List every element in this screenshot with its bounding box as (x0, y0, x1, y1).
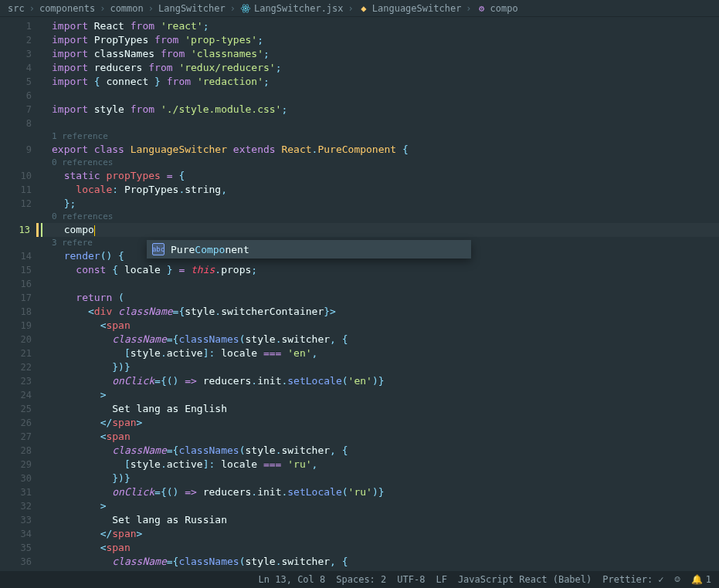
chevron-right-icon: › (148, 3, 154, 14)
status-language[interactable]: JavaScript React (Babel) (458, 574, 592, 585)
status-encoding[interactable]: UTF-8 (397, 574, 425, 585)
autocomplete-item[interactable]: abc PureComponent (148, 241, 470, 258)
status-cursor-position[interactable]: Ln 13, Col 8 (259, 574, 326, 585)
svg-point-0 (245, 7, 246, 8)
breadcrumb-item-folder[interactable]: LangSwitcher (158, 3, 226, 14)
breadcrumb-item-class[interactable]: ◆ LanguageSwitcher (358, 3, 462, 14)
symbol-variable-icon: abc (152, 243, 164, 255)
bell-icon: 🔔 (691, 574, 703, 585)
symbol-method-icon: ⚙ (477, 3, 487, 14)
breadcrumb: src › components › common › LangSwitcher… (0, 0, 719, 17)
chevron-right-icon: › (100, 3, 105, 14)
status-eol[interactable]: LF (436, 574, 446, 585)
chevron-right-icon: › (348, 3, 354, 14)
codelens-references[interactable]: 1 reference (42, 130, 719, 143)
autocomplete-popup[interactable]: abc PureComponent (147, 240, 471, 259)
codelens-references[interactable]: 0 references (42, 157, 719, 169)
status-prettier[interactable]: Prettier: (602, 574, 663, 585)
notifications-button[interactable]: 🔔 1 (691, 574, 711, 585)
line-number-gutter: 1 2 3 4 5 6 7 8 9 10 11 12 13 14 15 16 1… (0, 17, 42, 571)
breadcrumb-item-common[interactable]: common (110, 3, 143, 14)
react-file-icon (240, 3, 251, 14)
breadcrumb-item-components[interactable]: components (39, 3, 95, 14)
chevron-right-icon: › (230, 3, 236, 14)
status-indentation[interactable]: Spaces: 2 (336, 574, 386, 585)
breadcrumb-item-file[interactable]: LangSwitcher.jsx (240, 3, 344, 14)
status-bar: Ln 13, Col 8 Spaces: 2 UTF-8 LF JavaScri… (0, 571, 719, 588)
chevron-right-icon: › (466, 3, 471, 14)
code-content[interactable]: import React from 'react'; import PropTy… (42, 17, 719, 571)
text-cursor (94, 225, 95, 236)
codelens-references[interactable]: 0 references (42, 211, 719, 223)
chevron-right-icon: › (29, 3, 35, 14)
symbol-class-icon: ◆ (358, 3, 369, 14)
breadcrumb-item-src[interactable]: src (8, 3, 25, 14)
editor-area[interactable]: 1 2 3 4 5 6 7 8 9 10 11 12 13 14 15 16 1… (0, 17, 719, 571)
breadcrumb-item-symbol[interactable]: ⚙ compo (477, 3, 518, 14)
feedback-icon[interactable]: ☺ (675, 574, 680, 585)
